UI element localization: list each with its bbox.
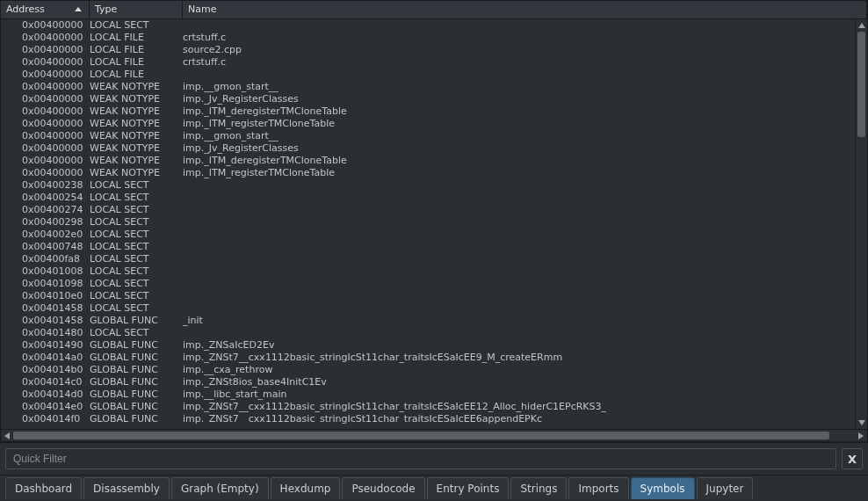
cell-name: imp.__gmon_start__ [183, 81, 855, 93]
table-row[interactable]: 0x00400000WEAK NOTYPEimp._ITM_registerTM… [1, 167, 855, 179]
cell-type: LOCAL FILE [90, 69, 183, 81]
cell-address: 0x00400000 [1, 130, 90, 142]
cell-address: 0x004014d0 [1, 388, 90, 401]
table-row[interactable]: 0x00400000WEAK NOTYPEimp.__gmon_start__ [1, 130, 855, 142]
scroll-down-icon[interactable] [856, 417, 867, 429]
table-row[interactable]: 0x00400254LOCAL SECT [1, 192, 855, 204]
table-row[interactable]: 0x00400000LOCAL FILEcrtstuff.c [1, 56, 855, 69]
table-row[interactable]: 0x00401480LOCAL SECT [1, 327, 855, 339]
cell-name: crtstuff.c [183, 56, 855, 69]
column-header-type-label: Type [95, 4, 117, 15]
table-row[interactable]: 0x00400000LOCAL SECT [1, 19, 855, 32]
table-row[interactable]: 0x00400000WEAK NOTYPEimp._Jv_RegisterCla… [1, 142, 855, 155]
cell-type: LOCAL SECT [90, 216, 183, 229]
cell-address: 0x004002e0 [1, 229, 90, 241]
table-row[interactable]: 0x00401490GLOBAL FUNCimp._ZNSaIcED2Ev [1, 339, 855, 352]
table-row[interactable]: 0x00400000WEAK NOTYPEimp._ITM_deregister… [1, 105, 855, 118]
column-header-type[interactable]: Type [90, 1, 183, 18]
table-header: Address Type Name [1, 1, 867, 19]
table-row[interactable]: 0x00401098LOCAL SECT [1, 278, 855, 290]
table-row[interactable]: 0x004010e0LOCAL SECT [1, 290, 855, 302]
table-row[interactable]: 0x00400000LOCAL FILEsource2.cpp [1, 44, 855, 56]
cell-type: WEAK NOTYPE [90, 130, 183, 142]
cell-name [183, 19, 855, 32]
tab-hexdump[interactable]: Hexdump [271, 477, 341, 499]
vertical-scroll-thumb[interactable] [857, 32, 865, 137]
table-row[interactable]: 0x004014d0GLOBAL FUNCimp.__libc_start_ma… [1, 388, 855, 401]
cell-address: 0x00400274 [1, 204, 90, 216]
cell-address: 0x00401008 [1, 265, 90, 278]
app-root: Address Type Name 0x00400000LOCAL SECT0x… [0, 0, 868, 501]
cell-type: LOCAL SECT [90, 290, 183, 302]
table-row[interactable]: 0x00400274LOCAL SECT [1, 204, 855, 216]
tab-strings[interactable]: Strings [510, 477, 567, 499]
table-row[interactable]: 0x004014f0GLOBAL FUNCimp._ZNSt7__cxx1112… [1, 413, 855, 425]
cell-address: 0x004014e0 [1, 401, 90, 413]
clear-filter-button[interactable]: X [842, 448, 863, 469]
cell-name: imp._ZNSt7__cxx1112basic_stringIcSt11cha… [183, 401, 855, 413]
table-row[interactable]: 0x004002e0LOCAL SECT [1, 229, 855, 241]
scroll-left-icon[interactable] [1, 430, 13, 442]
table-row[interactable]: 0x00400000WEAK NOTYPEimp._Jv_RegisterCla… [1, 93, 855, 105]
tab-entrypoints[interactable]: Entry Points [427, 477, 510, 499]
table-row[interactable]: 0x00400298LOCAL SECT [1, 216, 855, 229]
column-header-name[interactable]: Name [183, 1, 867, 18]
cell-name: imp._Jv_RegisterClasses [183, 142, 855, 155]
svg-marker-0 [858, 23, 865, 28]
tab-dashboard[interactable]: Dashboard [5, 477, 82, 499]
cell-type: LOCAL SECT [90, 179, 183, 192]
sort-ascending-icon [75, 7, 82, 11]
cell-type: WEAK NOTYPE [90, 142, 183, 155]
table-row[interactable]: 0x00400000WEAK NOTYPEimp._ITM_registerTM… [1, 118, 855, 130]
cell-type: LOCAL SECT [90, 327, 183, 339]
tab-imports[interactable]: Imports [568, 477, 628, 499]
cell-name [183, 327, 855, 339]
cell-address: 0x00400000 [1, 155, 90, 167]
cell-address: 0x00400000 [1, 19, 90, 32]
table-body[interactable]: 0x00400000LOCAL SECT0x00400000LOCAL FILE… [1, 19, 855, 429]
tab-disassembly[interactable]: Disassembly [83, 477, 170, 499]
table-row[interactable]: 0x00400748LOCAL SECT [1, 241, 855, 253]
cell-name [183, 69, 855, 81]
tab-jupyter[interactable]: Jupyter [697, 477, 754, 499]
cell-name: imp._ZNSt7__cxx1112basic_stringIcSt11cha… [183, 413, 855, 424]
table-row[interactable]: 0x00401458GLOBAL FUNC_init [1, 315, 855, 327]
table-row[interactable]: 0x004014b0GLOBAL FUNCimp.__cxa_rethrow [1, 364, 855, 376]
cell-name: imp._ITM_deregisterTMCloneTable [183, 105, 855, 118]
table-row[interactable]: 0x00400fa8LOCAL SECT [1, 253, 855, 265]
vertical-scrollbar[interactable] [855, 19, 867, 429]
table-row[interactable]: 0x00400000WEAK NOTYPEimp._ITM_deregister… [1, 155, 855, 167]
table-row[interactable]: 0x00400238LOCAL SECT [1, 179, 855, 192]
cell-type: LOCAL SECT [90, 19, 183, 32]
cell-address: 0x00401458 [1, 302, 90, 315]
table-row[interactable]: 0x004014a0GLOBAL FUNCimp._ZNSt7__cxx1112… [1, 352, 855, 364]
table-row[interactable]: 0x004014e0GLOBAL FUNCimp._ZNSt7__cxx1112… [1, 401, 855, 413]
svg-marker-3 [858, 432, 864, 439]
quick-filter-input[interactable] [5, 448, 836, 469]
cell-name: imp._ITM_deregisterTMCloneTable [183, 155, 855, 167]
table-row[interactable]: 0x00401008LOCAL SECT [1, 265, 855, 278]
table-row[interactable]: 0x00401458LOCAL SECT [1, 302, 855, 315]
cell-address: 0x00400000 [1, 44, 90, 56]
horizontal-scroll-track[interactable] [13, 430, 855, 441]
cell-type: GLOBAL FUNC [90, 315, 183, 327]
scroll-up-icon[interactable] [856, 19, 867, 32]
tab-graph[interactable]: Graph (Empty) [171, 477, 269, 499]
table-row[interactable]: 0x004014c0GLOBAL FUNCimp._ZNSt8ios_base4… [1, 376, 855, 388]
cell-address: 0x004014a0 [1, 352, 90, 364]
column-header-address[interactable]: Address [1, 1, 90, 18]
svg-marker-2 [4, 432, 10, 439]
symbols-table: Address Type Name 0x00400000LOCAL SECT0x… [0, 0, 868, 442]
table-row[interactable]: 0x00400000LOCAL FILE [1, 69, 855, 81]
cell-type: GLOBAL FUNC [90, 376, 183, 388]
table-row[interactable]: 0x00400000WEAK NOTYPEimp.__gmon_start__ [1, 81, 855, 93]
tab-pseudocode[interactable]: Pseudocode [342, 477, 424, 499]
table-row[interactable]: 0x00400000LOCAL FILEcrtstuff.c [1, 32, 855, 44]
horizontal-scroll-thumb[interactable] [13, 432, 829, 439]
scroll-right-icon[interactable] [855, 430, 867, 442]
cell-name [183, 216, 855, 229]
horizontal-scrollbar[interactable] [1, 429, 867, 441]
cell-type: GLOBAL FUNC [90, 352, 183, 364]
tab-symbols[interactable]: Symbols [631, 477, 695, 499]
cell-address: 0x00400fa8 [1, 253, 90, 265]
